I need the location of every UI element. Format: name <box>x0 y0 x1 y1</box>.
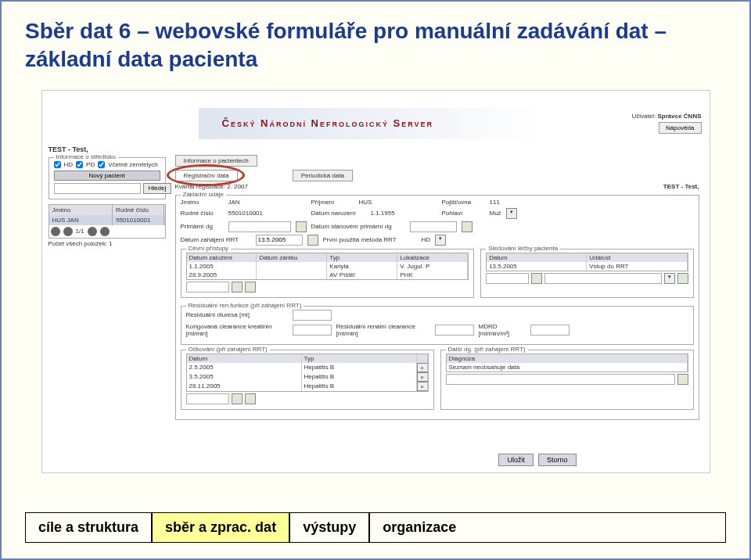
add-icon[interactable] <box>245 393 256 404</box>
col-ended[interactable]: Datum zániku <box>257 253 327 262</box>
hd-label: HD <box>64 161 74 168</box>
search-input[interactable] <box>54 183 141 194</box>
tab-registration-data[interactable]: Registrační data <box>175 170 238 181</box>
col-date[interactable]: Datum <box>487 253 587 262</box>
footer-tab-outputs[interactable]: výstupy <box>289 512 369 543</box>
basic-legend: Základní údaje <box>181 191 226 198</box>
pager-prev-icon[interactable] <box>63 227 73 236</box>
first-rrt-dropdown-icon[interactable]: ▾ <box>435 235 446 246</box>
renal-clearance-input[interactable] <box>435 325 474 336</box>
vascular-date-input[interactable] <box>186 282 229 293</box>
creatinin-input[interactable] <box>293 325 332 336</box>
col-event[interactable]: Událost <box>587 253 687 262</box>
deceased-checkbox[interactable] <box>98 161 105 168</box>
primdg-input[interactable] <box>228 221 291 232</box>
empty-row: Seznam neobsahuje data <box>447 363 688 372</box>
col-location[interactable]: Lokalizace <box>397 253 468 262</box>
table-row[interactable]: 28.9.2005AV PíštělPHK <box>187 271 469 279</box>
residual-legend: Residuální ren.funkce (při zahájení RRT) <box>186 302 304 309</box>
add-icon[interactable] <box>245 282 256 293</box>
table-row[interactable]: 3.5.2005Hepatitis B× <box>187 372 428 382</box>
rc-value: 5501010001 <box>228 210 307 217</box>
tracking-event-input[interactable] <box>544 273 661 284</box>
firstname-label: Jméno <box>181 199 224 206</box>
vacc-date-input[interactable] <box>186 393 229 404</box>
sex-label: Pohlaví <box>442 210 485 217</box>
birthdate-value: 1.1.1955 <box>371 210 437 217</box>
pd-checkbox[interactable] <box>76 161 83 168</box>
sex-dropdown-icon[interactable]: ▾ <box>506 208 517 219</box>
add-icon[interactable] <box>677 374 688 385</box>
col-rc[interactable]: Rodné číslo <box>113 205 165 215</box>
pd-label: PD <box>86 161 95 168</box>
diuresa-input[interactable] <box>293 310 332 321</box>
app-screenshot: Český Národní Nefrologický Server Uživat… <box>41 90 710 473</box>
first-rrt-label: První použitá metoda RRT <box>323 236 417 243</box>
treatment-tracking-fieldset: Sledování léčby pacienta Datum Událost 1… <box>480 249 693 298</box>
diuresa-label: Residuální diuresa [ml] <box>186 311 288 318</box>
col-founded[interactable]: Datum založení <box>187 253 257 262</box>
center-info-fieldset: Informace o středisku HD PD Včetně zemře… <box>49 157 166 199</box>
col-name[interactable]: Jméno <box>49 205 113 215</box>
calendar-icon[interactable] <box>232 282 243 293</box>
col-vacc-type[interactable]: Typ <box>302 354 417 363</box>
footer-tab-goals[interactable]: cíle a struktura <box>25 512 152 543</box>
lastname-label: Příjmení <box>311 199 354 206</box>
stanov-label: Datum stanovení primární dg <box>311 223 405 230</box>
slide-title: Sběr dat 6 – webovské formuláře pro manu… <box>25 17 726 74</box>
table-row[interactable]: 28.11.2005Hepatitis B× <box>187 382 428 391</box>
insurance-label: Pojišťovna <box>442 199 485 206</box>
col-diagnosis[interactable]: Diagnóza <box>447 354 688 363</box>
new-patient-button[interactable]: Nový pacient <box>54 171 160 181</box>
rc-label: Rodné číslo <box>181 210 224 217</box>
delete-icon[interactable]: × <box>417 372 428 382</box>
lookup-icon[interactable] <box>296 221 307 232</box>
other-dg-legend: Další dg. (při zahájení RRT) <box>446 346 528 353</box>
cancel-button[interactable]: Storno <box>538 454 577 466</box>
count-label: Počet všech položek: <box>49 240 108 247</box>
lastname-value: HUS <box>359 199 437 206</box>
col-vacc-date[interactable]: Datum <box>187 354 302 363</box>
mdrd-label: MDRD [ml/min/m²] <box>479 323 526 337</box>
creatinin-label: Korigovaná clearance kreatinin [ml/min] <box>186 323 288 337</box>
firstname-value: JAN <box>228 199 307 206</box>
col-type[interactable]: Typ <box>327 253 397 262</box>
tab-periodic-data[interactable]: Periodická data <box>293 170 353 181</box>
rrt-start-input[interactable] <box>256 235 303 246</box>
tab-patient-info[interactable]: Informace o pacientech <box>175 155 257 167</box>
help-button[interactable]: Nápověda <box>659 122 701 134</box>
calendar-icon[interactable] <box>531 273 542 284</box>
delete-icon[interactable]: × <box>417 363 428 372</box>
patient-row[interactable]: HUS JAN 5501010001 <box>49 215 165 225</box>
tracking-date-input[interactable] <box>486 273 529 284</box>
stanov-input[interactable] <box>410 221 457 232</box>
table-row[interactable]: 13.5.2005Vstup do RRT <box>487 262 687 271</box>
calendar-icon[interactable] <box>232 393 243 404</box>
hd-checkbox[interactable] <box>54 161 61 168</box>
search-button[interactable]: Hledej <box>143 183 172 194</box>
footer-nav: cíle a struktura sběr a zprac. dat výstu… <box>25 512 726 543</box>
calendar-icon[interactable] <box>462 221 473 232</box>
mdrd-input[interactable] <box>530 325 570 336</box>
app-banner: Český Národní Nefrologický Server <box>199 108 551 139</box>
dropdown-icon[interactable]: ▾ <box>664 273 675 284</box>
vaccination-legend: Očkování (při zahájení RRT) <box>186 346 270 353</box>
pager-next-icon[interactable] <box>88 227 97 236</box>
calendar-icon[interactable] <box>307 235 318 246</box>
user-info: Uživatel: Správce ČNNS Nápověda <box>632 113 702 134</box>
footer-tab-collection[interactable]: sběr a zprac. dat <box>152 512 289 543</box>
quarter-label: Kvartál registrace: 2. 2007 <box>175 183 248 190</box>
footer-tab-organization[interactable]: organizace <box>369 512 726 543</box>
pager-text: 1/1 <box>76 228 84 235</box>
table-row[interactable]: 1.1.2005KanylaV. Jugul. P <box>187 262 469 271</box>
other-dg-input[interactable] <box>446 374 675 385</box>
pager-last-icon[interactable] <box>100 227 110 236</box>
renal-clearance-label: Residuální renální clearance [ml/min] <box>336 323 430 337</box>
table-row[interactable]: 2.5.2005Hepatitis B× <box>187 363 428 372</box>
vascular-access-fieldset: Cévní přístupy Datum založení Datum záni… <box>181 249 475 298</box>
insurance-value: 111 <box>490 199 500 206</box>
delete-icon[interactable]: × <box>417 382 428 391</box>
add-icon[interactable] <box>677 273 688 284</box>
pager-first-icon[interactable] <box>51 227 60 236</box>
save-button[interactable]: Uložit <box>498 454 534 466</box>
